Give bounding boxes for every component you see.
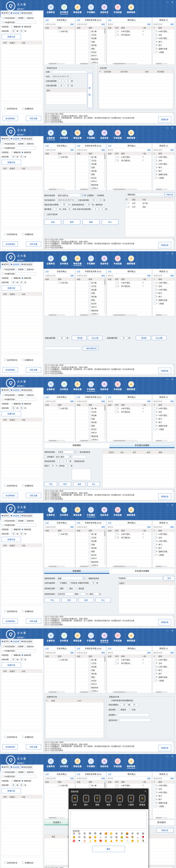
stop-button[interactable]: 停止	[87, 482, 100, 486]
list-item[interactable]: 田少春	[76, 407, 106, 410]
row-checkbox[interactable]	[89, 669, 91, 671]
close-button[interactable]: ✕	[172, 252, 173, 255]
auto-accept-friend-checkbox[interactable]	[4, 610, 6, 612]
nav-item-6[interactable]: ☏专线回复	[112, 130, 123, 140]
list-item[interactable]: 6蓝精灵全媒...	[152, 675, 175, 679]
nav-item-4[interactable]: ⌗手机爆粉	[85, 507, 97, 517]
row-checkbox[interactable]	[89, 540, 91, 542]
row-checkbox[interactable]	[89, 561, 91, 563]
filter-link[interactable]: 过滤	[77, 773, 80, 775]
search-input[interactable]: 群名称	[108, 526, 147, 528]
search-button[interactable]: 搜索	[147, 526, 151, 528]
search-button[interactable]: 搜索	[70, 651, 74, 654]
nav-item-2[interactable]: ⏱定时群发	[58, 255, 70, 266]
verify-name-checkbox[interactable]	[77, 451, 79, 453]
list-item[interactable]: 5新宁	[152, 295, 175, 298]
row-checkbox[interactable]	[154, 170, 156, 172]
reply-friend-checkbox[interactable]	[24, 394, 26, 396]
clear-log-button[interactable]: 清理信息	[158, 493, 171, 500]
emoji-icon[interactable]: 🌹	[140, 836, 146, 838]
search-input[interactable]: 群名称	[108, 400, 147, 403]
list-item[interactable]: 1A-新宁团队...	[152, 532, 175, 536]
search-input[interactable]: 外部好友名称	[77, 777, 101, 780]
list-item[interactable]: 3A-新宁团队...	[152, 539, 175, 543]
row-checkbox[interactable]	[89, 533, 91, 535]
emoji-icon[interactable]: 👌	[135, 840, 141, 842]
row-checkbox[interactable]	[89, 665, 91, 668]
reply-friend-checkbox[interactable]	[24, 771, 26, 773]
turing-reply-checkbox[interactable]	[2, 273, 4, 275]
minimize-button[interactable]: —	[167, 629, 169, 632]
list-item[interactable]: 任丽	[76, 166, 106, 169]
exact-match-radio[interactable]	[21, 403, 24, 405]
turing-reply-checkbox[interactable]	[2, 650, 4, 652]
list-item[interactable]: 封玉珍	[76, 50, 106, 54]
search-button[interactable]: 搜索	[101, 526, 105, 528]
nav-item-7[interactable]: ♟微群管理	[126, 381, 137, 392]
verify-message-textarea[interactable]	[72, 469, 91, 480]
fuzzy-match-radio[interactable]	[11, 277, 13, 279]
row-checkbox[interactable]	[89, 163, 91, 165]
minimize-button[interactable]: —	[167, 127, 169, 129]
row-checkbox[interactable]	[154, 676, 156, 678]
add-type-select[interactable]: 手机号▼	[57, 450, 76, 454]
close-button[interactable]: ✕	[172, 504, 173, 506]
nav-item-3[interactable]: ⚙群组设置	[72, 632, 83, 643]
list-item[interactable]: A-新宁团...	[44, 30, 75, 33]
list-item[interactable]: 田少春	[76, 532, 106, 536]
tab-group-fans[interactable]: 群聊爆粉	[44, 443, 109, 448]
nav-item-4[interactable]: ⌗手机爆粉	[85, 4, 97, 14]
list-item[interactable]: 李红梅	[76, 169, 106, 173]
close-button[interactable]: ✕	[172, 755, 173, 757]
row-checkbox[interactable]	[89, 48, 91, 50]
reply-interval-from-input[interactable]	[11, 658, 16, 661]
search-button[interactable]: 搜索	[101, 777, 105, 780]
rename-group-button[interactable]: 一键修改群名称	[83, 346, 98, 350]
emoji-icon[interactable]: 🤭	[93, 836, 98, 838]
sidebar-tab-2[interactable]: 自动回复	[10, 136, 20, 141]
nav-item-5[interactable]: ♻消息转发	[99, 4, 110, 14]
save-settings-button[interactable]: 保存设置	[26, 744, 41, 749]
list-item[interactable]: 4新宁。	[152, 40, 175, 43]
row-checkbox[interactable]	[89, 296, 91, 298]
search-button[interactable]: 搜索	[147, 274, 151, 277]
search-input[interactable]: 内部好友名称	[45, 23, 70, 26]
nav-item-4[interactable]: ⌗手机爆粉	[85, 758, 97, 769]
list-item[interactable]: 李云鹏	[76, 665, 106, 669]
filter-link[interactable]: 过滤	[77, 647, 80, 650]
search-button[interactable]: 搜索	[101, 274, 105, 277]
multi-to-input[interactable]	[100, 208, 105, 211]
list-item[interactable]: 7小助理	[152, 804, 175, 808]
nav-item-7[interactable]: ♟微群管理	[126, 130, 137, 140]
exact-match-radio[interactable]	[21, 26, 24, 28]
nav-item-7[interactable]: ♟微群管理	[126, 758, 137, 769]
reply-interval-to-input[interactable]	[19, 281, 24, 284]
log-scrollbar[interactable]: ▲	[173, 741, 174, 752]
nav-item-6[interactable]: ☏专线回复	[112, 4, 123, 14]
horizontal-scrollbar[interactable]	[79, 691, 96, 693]
minimize-button[interactable]: —	[167, 504, 169, 506]
row-checkbox[interactable]	[154, 156, 156, 158]
nav-item-5[interactable]: ♻消息转发	[99, 632, 110, 643]
nav-item-1[interactable]: ✳企微群发	[45, 4, 56, 14]
emoji-icon[interactable]: 💋	[71, 840, 77, 842]
reply-interval-from-input[interactable]	[11, 532, 16, 535]
list-item[interactable]: 1A-新宁团队...	[152, 658, 175, 661]
search-button[interactable]: 搜索	[70, 23, 74, 26]
horizontal-scrollbar[interactable]	[112, 691, 137, 693]
emoji-icon[interactable]: 🥰	[103, 832, 108, 835]
exact-match-radio[interactable]	[21, 528, 24, 530]
list-item[interactable]: 5新宁	[152, 421, 175, 424]
new-content-button[interactable]: 新建内容	[2, 788, 21, 793]
row-checkbox[interactable]	[89, 58, 91, 60]
enable-auto-reply-checkbox[interactable]	[2, 520, 4, 522]
batch-count-input[interactable]	[61, 203, 68, 206]
horizontal-scrollbar[interactable]	[48, 314, 65, 316]
nav-item-6[interactable]: ☏专线回复	[112, 255, 123, 266]
enable-auto-reply-checkbox[interactable]	[2, 17, 4, 19]
quit-interval-input[interactable]	[120, 336, 127, 339]
resume-button[interactable]: 继续	[78, 598, 94, 602]
search-input[interactable]: 群名称	[108, 651, 147, 654]
list-item[interactable]: 杨周	[76, 298, 106, 302]
search-button[interactable]: 搜索	[147, 149, 151, 151]
